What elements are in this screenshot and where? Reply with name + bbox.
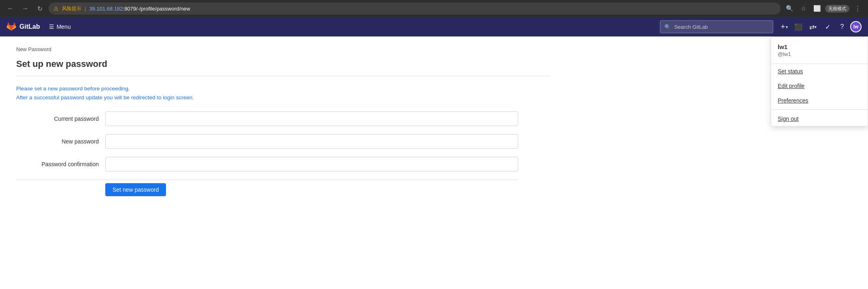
risk-label: 风险提示 [62, 5, 81, 12]
dropdown-header: lw1 @lw1 [771, 37, 868, 64]
search-icon: 🔍 [664, 24, 671, 30]
bookmark-icon[interactable]: ☆ [798, 3, 809, 14]
menu-label: Menu [57, 24, 71, 30]
preferences-item[interactable]: Preferences [771, 93, 868, 108]
extensions-icon[interactable]: ⋮ [852, 3, 863, 14]
current-password-input[interactable] [105, 111, 518, 126]
confirm-password-input[interactable] [105, 157, 518, 171]
main-content: New Password Set up new password Please … [0, 36, 567, 206]
current-password-group: Current password [16, 111, 518, 126]
dropdown-handle: @lw1 [778, 51, 861, 57]
create-button[interactable]: + ▾ [778, 21, 790, 33]
url-display: 39.101.68.182:8079/-/profile/password/ne… [89, 6, 190, 12]
address-bar[interactable]: ⚠ 风险提示 | 39.101.68.182:8079/-/profile/pa… [49, 2, 781, 15]
form-actions: Set new password [16, 180, 518, 196]
mr-chevron-icon: ▾ [815, 25, 817, 29]
page-title: Set up new password [16, 59, 551, 76]
warning-icon: ⚠ [53, 5, 59, 12]
user-dropdown: lw1 @lw1 Set status Edit profile Prefere… [771, 36, 868, 126]
submit-button[interactable]: Set new password [105, 183, 166, 196]
sign-out-item[interactable]: Sign out [771, 111, 868, 126]
gitlab-logo[interactable]: GitLab [6, 22, 40, 32]
help-button[interactable]: ? [836, 20, 849, 33]
incognito-badge: 无痕模式 [825, 5, 849, 13]
nav-icons: + ▾ ⬛ ⇄ ▾ ✓ ? lw [778, 20, 862, 33]
search-bar[interactable]: 🔍 Search GitLab [660, 20, 773, 33]
gitlab-navbar: GitLab ☰ Menu 🔍 Search GitLab + ▾ ⬛ ⇄ ▾ … [0, 17, 868, 36]
forward-button[interactable]: → [19, 3, 31, 14]
gitlab-brand-label: GitLab [19, 23, 40, 30]
help-icon: ? [840, 23, 844, 30]
current-password-label: Current password [16, 116, 105, 122]
set-status-item[interactable]: Set status [771, 64, 868, 79]
url-divider: | [85, 6, 86, 12]
tablet-icon[interactable]: ⬜ [811, 3, 823, 14]
refresh-button[interactable]: ↻ [34, 3, 45, 14]
password-form: Current password New password Password c… [16, 111, 551, 196]
edit-profile-item[interactable]: Edit profile [771, 79, 868, 93]
todo-icon: ✓ [825, 23, 830, 31]
todo-button[interactable]: ✓ [821, 20, 834, 33]
browser-actions: 🔍 ☆ ⬜ 无痕模式 ⋮ [784, 3, 863, 14]
board-icon-button[interactable]: ⬛ [792, 20, 805, 33]
info-line-2: After a successful password update you w… [16, 93, 551, 102]
confirm-password-label: Password confirmation [16, 161, 105, 167]
info-line-1: Please set a new password before proceed… [16, 84, 551, 93]
board-icon: ⬛ [794, 23, 802, 31]
new-password-label: New password [16, 138, 105, 145]
merge-request-button[interactable]: ⇄ ▾ [806, 20, 819, 33]
hamburger-icon: ☰ [49, 24, 54, 30]
gitlab-logo-icon [6, 22, 16, 32]
dropdown-username: lw1 [778, 43, 861, 50]
confirm-password-group: Password confirmation [16, 157, 518, 171]
breadcrumb: New Password [16, 46, 551, 52]
user-avatar-button[interactable]: lw [850, 21, 862, 32]
merge-request-icon: ⇄ [809, 23, 815, 31]
browser-chrome: ← → ↻ ⚠ 风险提示 | 39.101.68.182:8079/-/prof… [0, 0, 868, 17]
menu-button[interactable]: ☰ Menu [45, 21, 75, 32]
create-icon: + [781, 23, 785, 31]
new-password-group: New password [16, 134, 518, 149]
new-password-input[interactable] [105, 134, 518, 149]
back-button[interactable]: ← [5, 3, 16, 14]
create-chevron-icon: ▾ [786, 25, 788, 29]
zoom-icon[interactable]: 🔍 [784, 3, 795, 14]
search-placeholder: Search GitLab [674, 24, 708, 30]
dropdown-divider [771, 109, 868, 110]
info-text: Please set a new password before proceed… [16, 84, 551, 102]
